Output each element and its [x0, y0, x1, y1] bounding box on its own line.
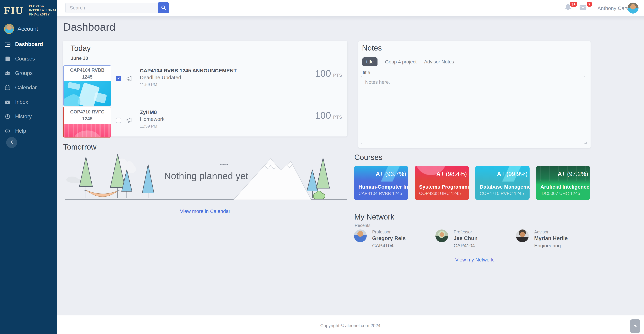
course-name: Artificial Inteligence — [540, 184, 589, 190]
today-card: Today June 30 CAP4104 RVBB 1245 ✓ CAP410… — [63, 41, 348, 137]
sidebar-item-history[interactable]: History — [0, 109, 57, 124]
course-grade: A+ (98.4%) — [436, 171, 467, 177]
announcement-megaphone-icon — [126, 116, 134, 124]
course-name: Systems Programming — [419, 184, 469, 190]
person-name: Myrian Herlle — [534, 235, 568, 241]
sidebar-collapse-button[interactable] — [6, 137, 17, 148]
person-role: Professor — [372, 229, 390, 234]
notes-tab-title[interactable]: title — [362, 57, 378, 66]
divider — [63, 106, 348, 106]
search-input[interactable] — [65, 3, 159, 13]
chevron-up-icon — [633, 323, 638, 329]
network-person-myrian-herlle[interactable]: Advisor Myrian Herlle Engineering — [516, 229, 592, 248]
course-grade: A+ (97.2%) — [558, 171, 588, 177]
course-card-database-management[interactable]: A+ (99.9%) Database Management COP4710 R… — [475, 166, 530, 200]
notifications-button[interactable]: 3+ — [564, 3, 574, 14]
topbar-divider — [591, 3, 591, 14]
person-role: Advisor — [534, 229, 548, 234]
today-item-subtitle: Homework — [140, 116, 164, 122]
person-avatar — [436, 229, 448, 242]
announcement-megaphone-icon — [126, 75, 134, 83]
divider — [63, 65, 348, 65]
today-item-title[interactable]: CAP4104 RVBB 1245 ANNOUNCEMENT — [140, 68, 237, 74]
today-item-checkbox[interactable] — [116, 118, 121, 123]
person-name: Gregory Reis — [372, 235, 406, 241]
today-item-course-thumbnail[interactable]: CAP4104 RVBB 1245 — [63, 65, 111, 106]
notes-tab-add[interactable]: + — [462, 59, 464, 65]
course-name: Database Management — [480, 184, 530, 190]
sidebar: FIU FLORIDA INTERNATIONAL UNIVERSITY Acc… — [0, 0, 57, 334]
sidebar-nav: Account Dashboard Courses — [0, 21, 57, 138]
sidebar-item-calendar[interactable]: Calendar — [0, 81, 57, 95]
page-title: Dashboard — [63, 21, 115, 33]
person-avatar — [516, 229, 529, 242]
calendar-icon — [4, 84, 11, 91]
today-item-course-thumbnail[interactable]: COP4710 RVFC 1245 — [63, 107, 111, 138]
sidebar-item-dashboard[interactable]: Dashboard — [0, 37, 57, 52]
dashboard-grid-icon — [4, 41, 11, 48]
course-grade: A+ (99.9%) — [497, 171, 528, 177]
today-item-time: 11:59 PM — [140, 82, 157, 87]
notes-textarea[interactable] — [361, 76, 585, 144]
view-calendar-link[interactable]: View more in Calendar — [180, 208, 230, 214]
sidebar-item-help[interactable]: Help — [0, 124, 57, 138]
clock-icon — [4, 113, 11, 120]
notes-tabs: title Goup 4 project Advisor Notes + — [362, 57, 464, 66]
envelope-icon — [4, 99, 11, 106]
today-item-title[interactable]: ZyHM8 — [140, 109, 157, 115]
fiu-logo-name: FLORIDA INTERNATIONAL UNIVERSITY — [29, 5, 57, 17]
sidebar-item-courses[interactable]: Courses — [0, 52, 57, 66]
user-avatar[interactable] — [628, 3, 638, 14]
my-network-title: My Network — [354, 213, 394, 221]
sidebar-item-inbox[interactable]: Inbox — [0, 95, 57, 109]
search-button[interactable] — [158, 2, 169, 13]
network-person-gregory-reis[interactable]: Professor Gregory Reis CAP4104 — [354, 229, 430, 248]
empty-state-illustration: Nothing planned yet — [65, 154, 347, 201]
notes-title: Notes — [362, 44, 382, 52]
course-code: IDC5007 UHC 1245 — [540, 191, 580, 196]
courses-title: Courses — [354, 153, 382, 162]
my-network-subtitle: Recents — [355, 223, 370, 228]
sidebar-item-groups[interactable]: Groups — [0, 66, 57, 81]
today-item-points: 100 PTS — [315, 68, 342, 79]
copyright-text: Copyright © aleonel.com 2024 — [57, 323, 644, 328]
sidebar-item-account[interactable]: Account — [0, 21, 57, 37]
notes-field-label: title — [363, 70, 370, 75]
course-code: COP4710 RVFC 1245 — [480, 191, 524, 196]
notes-tab-advisor[interactable]: Advisor Notes — [424, 59, 454, 65]
network-person-jae-chun[interactable]: Professor Jae Chun CAP4104 — [436, 229, 511, 248]
fiu-logo-abbr: FIU — [4, 5, 24, 16]
mail-badge: 7 — [586, 2, 592, 7]
course-card-human-computer[interactable]: A+ (93.7%) Human-Computer Int... CAP4104… — [354, 166, 408, 200]
course-thumbnail-image — [64, 124, 111, 137]
chevron-left-icon — [9, 140, 14, 145]
messages-button[interactable]: 7 — [579, 3, 589, 14]
resize-handle-icon[interactable] — [584, 142, 587, 145]
course-card-systems-programming[interactable]: A+ (98.4%) Systems Programming COP4338 U… — [414, 166, 469, 200]
bell-icon — [564, 9, 572, 12]
person-name: Jae Chun — [454, 235, 478, 241]
footer: Copyright © aleonel.com 2024 — [57, 315, 644, 334]
course-card-artificial-intelligence[interactable]: A+ (97.2%) Artificial Inteligence IDC500… — [536, 166, 590, 200]
scroll-to-top-button[interactable] — [630, 319, 640, 333]
course-grade: A+ (93.7%) — [376, 171, 406, 177]
person-detail: CAP4104 — [372, 243, 394, 249]
account-avatar — [4, 24, 14, 34]
people-icon — [4, 70, 11, 77]
today-item-points: 100 PTS — [315, 110, 342, 121]
person-detail: CAP4104 — [454, 243, 475, 249]
notes-tab-group-project[interactable]: Goup 4 project — [385, 59, 417, 65]
question-circle-icon — [4, 128, 11, 134]
fiu-logo[interactable]: FIU FLORIDA INTERNATIONAL UNIVERSITY — [0, 0, 57, 20]
person-role: Professor — [454, 229, 472, 234]
search-icon — [160, 5, 166, 11]
main-content: Dashboard Today June 30 CAP4104 RVBB 124… — [57, 16, 644, 315]
view-calendar-link-wrap: View more in Calendar — [63, 208, 348, 214]
dashboard-screen: FIU FLORIDA INTERNATIONAL UNIVERSITY Acc… — [0, 0, 644, 334]
topbar: 3+ 7 Anthony Carvalho — [57, 0, 644, 16]
person-avatar — [354, 229, 367, 242]
book-icon — [4, 55, 11, 62]
view-network-link-wrap: View my Network — [358, 257, 590, 263]
today-item-checkbox[interactable]: ✓ — [116, 76, 121, 81]
view-network-link[interactable]: View my Network — [455, 257, 494, 262]
